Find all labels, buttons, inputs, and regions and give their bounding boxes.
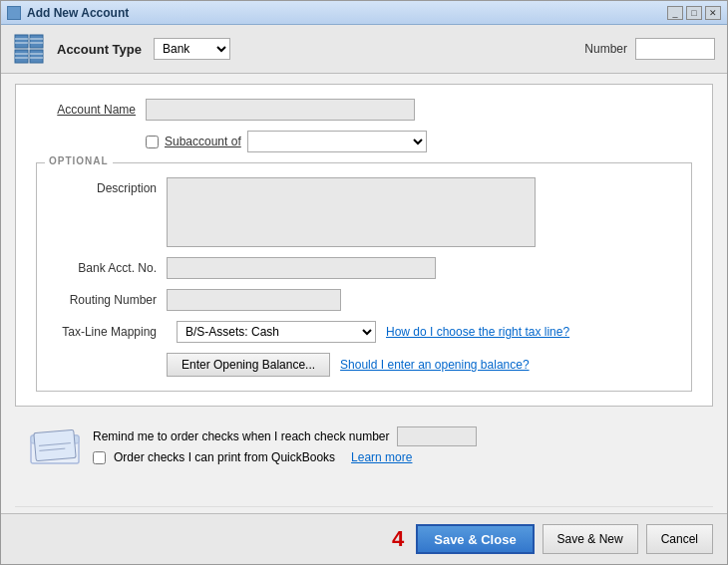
title-bar: Add New Account _ □ ✕ — [1, 1, 727, 25]
account-type-label: Account Type — [57, 42, 142, 57]
opening-balance-row: Enter Opening Balance... Should I enter … — [167, 353, 671, 377]
check-number-input[interactable] — [397, 426, 477, 446]
opening-balance-help-link[interactable]: Should I enter an opening balance? — [340, 358, 530, 372]
tax-line-help-link[interactable]: How do I choose the right tax line? — [386, 325, 569, 339]
window-title: Add New Account — [27, 6, 129, 20]
svg-rect-1 — [30, 35, 43, 48]
window-controls: _ □ ✕ — [667, 6, 721, 20]
top-form-section: Account Name Subaccount of OPTIONAL — [15, 84, 713, 407]
bank-acct-row: Bank Acct. No. — [57, 257, 671, 279]
number-label: Number — [584, 42, 627, 56]
subaccount-select[interactable] — [247, 131, 427, 152]
learn-more-link[interactable]: Learn more — [351, 450, 412, 464]
description-row: Description — [57, 177, 671, 247]
routing-label: Routing Number — [57, 293, 167, 307]
order-row: Order checks I can print from QuickBooks… — [93, 450, 699, 464]
account-grid-icon — [13, 33, 45, 65]
checks-text-area: Remind me to order checks when I reach c… — [93, 426, 699, 468]
account-type-select[interactable]: Bank Income Expense Asset Liability Equi… — [154, 38, 230, 60]
save-close-button[interactable]: Save & Close — [416, 524, 534, 554]
description-label: Description — [57, 177, 167, 195]
number-input[interactable] — [635, 38, 715, 60]
account-type-dropdown-wrapper: Bank Income Expense Asset Liability Equi… — [154, 38, 230, 60]
account-name-label: Account Name — [36, 103, 146, 117]
minimize-button[interactable]: _ — [667, 6, 683, 20]
check-book-icon — [29, 427, 81, 467]
number-section: Number — [584, 38, 715, 60]
description-input[interactable] — [167, 177, 536, 247]
window-icon — [7, 6, 21, 20]
svg-rect-2 — [15, 50, 28, 63]
step-number: 4 — [392, 526, 404, 552]
remind-row: Remind me to order checks when I reach c… — [93, 426, 699, 446]
optional-label: OPTIONAL — [45, 155, 113, 166]
subaccount-checkbox[interactable] — [146, 136, 159, 148]
account-name-input[interactable] — [146, 99, 415, 121]
save-new-button[interactable]: Save & New — [543, 524, 638, 554]
checks-section: Remind me to order checks when I reach c… — [15, 417, 713, 478]
maximize-button[interactable]: □ — [686, 6, 702, 20]
footer-separator — [15, 506, 713, 507]
footer: 4 Save & Close Save & New Cancel — [1, 513, 727, 564]
bank-acct-label: Bank Acct. No. — [57, 261, 167, 275]
tax-line-row: Tax-Line Mapping B/S-Assets: Cash None O… — [57, 321, 671, 343]
tax-line-label: Tax-Line Mapping — [57, 325, 167, 339]
subaccount-row: Subaccount of — [146, 131, 692, 152]
svg-rect-0 — [15, 35, 28, 48]
cancel-button[interactable]: Cancel — [646, 524, 713, 554]
order-checks-checkbox[interactable] — [93, 451, 106, 464]
opening-balance-button[interactable]: Enter Opening Balance... — [167, 353, 330, 377]
remind-text: Remind me to order checks when I reach c… — [93, 429, 389, 443]
account-name-row: Account Name — [36, 99, 692, 121]
routing-input[interactable] — [167, 289, 341, 311]
tax-line-select[interactable]: B/S-Assets: Cash None Other — [177, 321, 376, 343]
subaccount-label: Subaccount of — [165, 135, 241, 148]
order-checks-text: Order checks I can print from QuickBooks — [114, 450, 335, 464]
bank-acct-input[interactable] — [167, 257, 436, 279]
close-button[interactable]: ✕ — [705, 6, 721, 20]
routing-row: Routing Number — [57, 289, 671, 311]
toolbar: Account Type Bank Income Expense Asset L… — [1, 25, 727, 74]
svg-rect-3 — [30, 50, 43, 63]
content-area: Account Name Subaccount of OPTIONAL — [1, 74, 727, 506]
main-window: Add New Account _ □ ✕ — [0, 0, 728, 565]
optional-section: OPTIONAL Description Bank Acct. No. — [36, 162, 692, 392]
